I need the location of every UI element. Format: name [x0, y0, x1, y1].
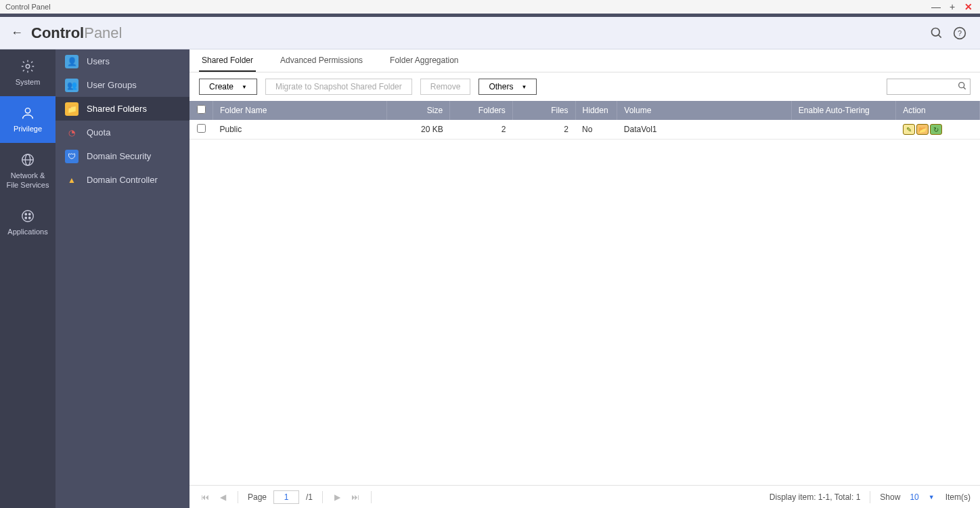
col-hidden[interactable]: Hidden: [575, 101, 617, 120]
tab-shared-folder[interactable]: Shared Folder: [199, 50, 256, 72]
rail-label: Applications: [7, 228, 47, 236]
shield-icon: 🛡: [65, 150, 79, 163]
page-last-button[interactable]: ⏭: [349, 492, 361, 502]
col-auto-tier[interactable]: Enable Auto-Tiering: [791, 101, 895, 120]
toolbar: Create ▼ Migrate to Snapshot Shared Fold…: [190, 72, 980, 101]
gear-icon: [20, 59, 35, 74]
back-button[interactable]: ←: [11, 26, 23, 40]
page-first-button[interactable]: ⏮: [199, 492, 211, 502]
others-label: Others: [489, 82, 513, 91]
col-folder-name[interactable]: Folder Name: [213, 101, 387, 120]
col-action[interactable]: Action: [896, 101, 980, 120]
svg-point-9: [22, 211, 34, 222]
sidenav-label: User Groups: [87, 80, 137, 90]
window-minimize-button[interactable]: —: [930, 1, 942, 13]
window-close-button[interactable]: ✕: [962, 1, 975, 13]
svg-text:?: ?: [958, 29, 962, 37]
app-title: ControlPanel: [31, 24, 122, 42]
window-titlebar: Control Panel — + ✕: [0, 0, 980, 14]
cell-folders: 2: [450, 120, 513, 140]
table-wrap: Folder Name Size Folders Files Hidden Vo…: [190, 101, 980, 485]
rail-item-applications[interactable]: Applications: [0, 199, 55, 246]
cell-auto-tier: [791, 120, 895, 140]
page-prev-button[interactable]: ◀: [218, 492, 228, 502]
rail-label: System: [16, 78, 41, 87]
page-input[interactable]: [273, 490, 299, 504]
svg-point-4: [26, 64, 30, 68]
app-title-light: Panel: [84, 24, 122, 41]
app-header: ← ControlPanel ?: [0, 17, 980, 49]
user-icon: [20, 106, 35, 121]
domain-controller-icon: ▲: [65, 173, 79, 187]
sidenav-item-quota[interactable]: ◔ Quota: [55, 121, 190, 144]
row-checkbox[interactable]: [197, 124, 206, 133]
rail-item-system[interactable]: System: [0, 49, 55, 96]
shared-folders-table: Folder Name Size Folders Files Hidden Vo…: [190, 101, 980, 140]
cell-folder-name: Public: [213, 120, 387, 140]
user-avatar-icon: 👤: [65, 55, 79, 68]
col-checkbox: [190, 101, 213, 120]
col-size[interactable]: Size: [387, 101, 450, 120]
cell-size: 20 KB: [387, 120, 450, 140]
rail-item-network[interactable]: Network & File Services: [0, 143, 55, 198]
search-icon[interactable]: [957, 81, 968, 93]
sidenav-label: Quota: [87, 127, 110, 137]
help-icon[interactable]: ?: [950, 24, 969, 43]
cell-hidden: No: [575, 120, 617, 140]
main-panel: Shared Folder Advanced Permissions Folde…: [190, 49, 980, 508]
tab-folder-aggregation[interactable]: Folder Aggregation: [387, 50, 461, 72]
remove-button: Remove: [420, 79, 471, 95]
users-group-icon: 👥: [65, 79, 79, 92]
col-volume[interactable]: Volume: [617, 101, 791, 120]
page-total: /1: [306, 492, 313, 502]
dropdown-caret-icon: ▼: [242, 84, 247, 90]
cell-action: ✎ 📂 ↻: [896, 120, 980, 140]
others-button[interactable]: Others ▼: [478, 79, 537, 95]
sidenav-item-user-groups[interactable]: 👥 User Groups: [55, 73, 190, 97]
sidenav-item-domain-controller[interactable]: ▲ Domain Controller: [55, 168, 190, 192]
cell-files: 2: [512, 120, 575, 140]
col-files[interactable]: Files: [512, 101, 575, 120]
svg-point-14: [959, 83, 964, 88]
apps-icon: [20, 209, 35, 224]
svg-point-0: [932, 28, 940, 36]
svg-point-5: [25, 108, 30, 113]
dropdown-caret-icon[interactable]: ▼: [929, 494, 935, 501]
svg-line-15: [964, 87, 966, 89]
permissions-icon[interactable]: 📂: [916, 124, 929, 135]
sidenav-label: Domain Security: [87, 151, 151, 161]
sidenav-item-domain-security[interactable]: 🛡 Domain Security: [55, 144, 190, 168]
window-maximize-button[interactable]: +: [946, 1, 958, 13]
svg-point-11: [29, 213, 30, 215]
create-button[interactable]: Create ▼: [199, 79, 257, 95]
create-label: Create: [209, 82, 233, 91]
rail-item-privilege[interactable]: Privilege: [0, 96, 55, 143]
rail-label: Network & File Services: [7, 171, 49, 189]
search-wrap: [887, 79, 971, 95]
side-nav: 👤 Users 👥 User Groups 📁 Shared Folders ◔…: [55, 49, 190, 508]
migrate-label: Migrate to Snapshot Shared Folder: [275, 82, 402, 91]
window-title: Control Panel: [5, 3, 51, 11]
svg-line-1: [939, 35, 941, 37]
paging-bar: ⏮ ◀ Page /1 ▶ ⏭ Display item: 1-1, Total…: [190, 485, 980, 508]
search-icon[interactable]: [927, 24, 946, 43]
svg-point-10: [25, 213, 26, 215]
refresh-icon[interactable]: ↻: [930, 124, 942, 135]
sidenav-item-users[interactable]: 👤 Users: [55, 49, 190, 73]
show-count[interactable]: 10: [910, 492, 918, 502]
folder-icon: 📁: [65, 102, 79, 116]
col-folders[interactable]: Folders: [450, 101, 513, 120]
show-label: Show: [880, 492, 900, 502]
quota-icon: ◔: [65, 126, 79, 140]
dropdown-caret-icon: ▼: [521, 84, 527, 90]
select-all-checkbox[interactable]: [197, 105, 206, 114]
svg-point-13: [29, 217, 30, 218]
svg-point-12: [25, 217, 26, 218]
sidenav-item-shared-folders[interactable]: 📁 Shared Folders: [55, 97, 190, 121]
page-next-button[interactable]: ▶: [332, 492, 342, 502]
table-header-row: Folder Name Size Folders Files Hidden Vo…: [190, 101, 980, 120]
table-row[interactable]: Public 20 KB 2 2 No DataVol1 ✎ 📂 ↻: [190, 120, 980, 140]
tab-advanced-permissions[interactable]: Advanced Permissions: [277, 50, 365, 72]
display-count: Display item: 1-1, Total: 1: [770, 492, 861, 502]
edit-icon[interactable]: ✎: [903, 124, 915, 135]
